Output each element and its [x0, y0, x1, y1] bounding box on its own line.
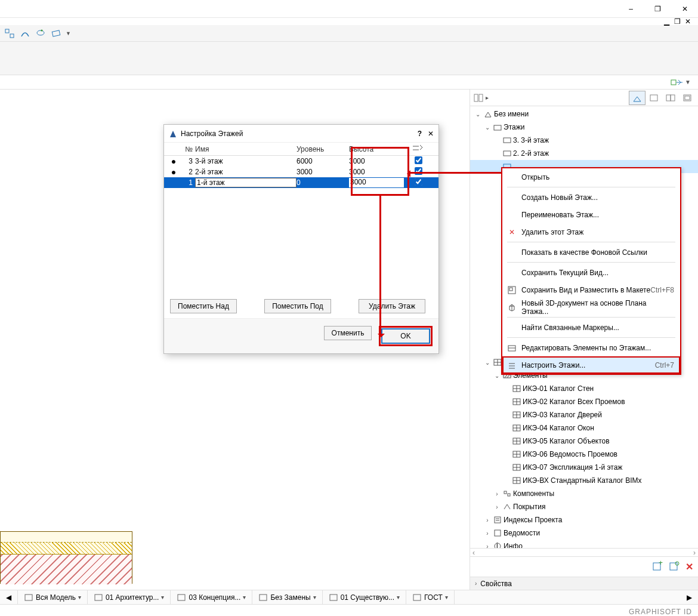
status-item[interactable]: Без Замены▾	[252, 590, 322, 604]
chevron-down-icon[interactable]: ⌄	[483, 123, 492, 131]
chevron-down-icon[interactable]: ▾	[445, 594, 448, 600]
dialog-close-button[interactable]: ✕	[428, 130, 434, 138]
navigator-mode-dropdown-icon[interactable]: ▸	[486, 94, 489, 101]
chevron-right-icon[interactable]: ›	[475, 580, 477, 587]
chevron-right-icon[interactable]: ›	[483, 542, 492, 548]
chevron-down-icon[interactable]: ▾	[78, 594, 81, 600]
dialog-help-button[interactable]: ?	[418, 130, 422, 138]
tree-info[interactable]: › i Инфо	[470, 540, 698, 548]
tree-finishes[interactable]: › Покрытия	[470, 500, 698, 513]
story-visibility-checkbox[interactable]	[415, 167, 422, 175]
tree-catalog-item[interactable]: ИКЭ-01 Каталог Стен	[470, 382, 698, 395]
toolbar-icon-4[interactable]	[50, 27, 62, 39]
context-menu-item[interactable]: Показать в качестве Фоновой Ссылки	[502, 244, 680, 261]
window-maximize-button[interactable]: ❐	[644, 0, 671, 17]
toolbar-icon-1[interactable]	[4, 27, 16, 39]
chevron-down-icon[interactable]: ⌄	[474, 110, 482, 118]
story-name-input[interactable]	[195, 178, 297, 187]
insert-below-button[interactable]: Поместить Под	[264, 299, 331, 313]
context-menu-item[interactable]: Создать Новый Этаж...	[502, 189, 680, 206]
delete-story-button[interactable]: Удалить Этаж	[359, 299, 425, 313]
status-item[interactable]: Вся Модель▾	[18, 590, 88, 604]
status-nav-right-icon[interactable]: ▶	[681, 590, 698, 604]
status-item[interactable]: 01 Существую...▾	[323, 590, 406, 604]
tree-catalog-item[interactable]: ИКЭ-06 Ведомость Проемов	[470, 448, 698, 461]
toolbar-icon-2[interactable]	[19, 27, 31, 39]
tree-lists[interactable]: › Ведомости	[470, 526, 698, 540]
chevron-down-icon[interactable]: ⌄	[483, 358, 492, 366]
status-item[interactable]: ГОСТ▾	[406, 590, 455, 604]
tree-label: 3. 3-й этаж	[513, 136, 549, 144]
story-visibility-checkbox[interactable]	[415, 156, 422, 164]
toolbar-dropdown-icon[interactable]: ▼	[66, 30, 71, 36]
navigator-tab-publisher[interactable]	[679, 91, 696, 105]
tree-catalog-item[interactable]: ИКЭ-02 Каталог Всех Проемов	[470, 395, 698, 408]
context-menu-item[interactable]: Найти Связанные Маркеры...	[502, 319, 680, 336]
tree-catalog-item[interactable]: ИКЭ-ВХ Стандартный Каталог BIMx	[470, 474, 698, 487]
tree-project-indexes[interactable]: › Индексы Проекта	[470, 513, 698, 526]
context-menu-item[interactable]: Редактировать Элементы по Этажам...	[502, 339, 680, 356]
context-menu-label: Сохранить Вид и Разместить в Макете	[521, 286, 650, 294]
tree-catalog-item[interactable]: ИКЭ-04 Каталог Окон	[470, 421, 698, 435]
inner-minimize-icon[interactable]: ▁	[662, 19, 671, 24]
tree-components[interactable]: › Компоненты	[470, 487, 698, 500]
chevron-down-icon[interactable]: ⌄	[493, 371, 501, 380]
chevron-down-icon[interactable]: ▾	[243, 594, 246, 600]
svg-rect-58	[670, 563, 677, 570]
inner-restore-icon[interactable]: ❐	[673, 19, 681, 24]
dialog-story-row[interactable]: 103000	[164, 177, 438, 188]
context-menu-item[interactable]: Новый 3D-документ на основе Плана Этажа.…	[502, 298, 680, 316]
context-menu-item[interactable]: Переименовать Этаж...	[502, 206, 680, 223]
window-minimize-button[interactable]: –	[617, 0, 644, 17]
tree-root[interactable]: ⌄ Без имени	[470, 107, 698, 121]
window-close-button[interactable]: ✕	[671, 0, 698, 17]
status-nav-left-icon[interactable]: ◀	[0, 590, 18, 604]
inner-close-icon[interactable]: ✕	[684, 19, 692, 24]
dialog-story-row[interactable]: ●22-й этаж30003000	[164, 167, 438, 177]
status-item[interactable]: 03 Концепция...▾	[171, 590, 252, 604]
chevron-down-icon[interactable]: ▾	[161, 594, 164, 600]
chevron-right-icon[interactable]: ›	[483, 529, 492, 537]
status-label: 01 Архитектур...	[106, 593, 159, 602]
properties-collapsed-bar[interactable]: › Свойства	[470, 577, 698, 590]
context-menu-item[interactable]: Сохранить Вид и Разместить в МакетеCtrl+…	[502, 281, 680, 298]
dialog-story-row[interactable]: ●33-й этаж60003000	[164, 156, 438, 167]
chevron-right-icon[interactable]: ›	[483, 516, 492, 524]
toolbar-icon-3[interactable]	[35, 27, 47, 39]
tree-catalog-item[interactable]: ИКЭ-05 Каталог Объектов	[470, 435, 698, 448]
chevron-right-icon[interactable]: ›	[493, 489, 501, 498]
cancel-button[interactable]: Отменить	[324, 326, 372, 340]
scroll-right-icon[interactable]: ›	[691, 549, 698, 557]
context-menu-item[interactable]: Настроить Этажи...Ctrl+7	[502, 356, 680, 374]
dialog-titlebar[interactable]: Настройка Этажей ? ✕	[164, 125, 438, 143]
navigator-tab-project-map[interactable]	[629, 91, 646, 105]
col-checkbox-icon[interactable]	[404, 144, 433, 153]
tree-catalog-item[interactable]: ИКЭ-03 Каталог Дверей	[470, 408, 698, 421]
navigator-tab-layout-book[interactable]	[662, 91, 679, 105]
story-visibility-checkbox[interactable]	[415, 178, 422, 186]
chevron-down-icon[interactable]: ▾	[313, 594, 316, 600]
status-item[interactable]: 01 Архитектур...▾	[88, 590, 171, 604]
chevron-right-icon[interactable]: ›	[493, 503, 501, 511]
navigator-mode-icon[interactable]	[472, 92, 484, 104]
delete-icon[interactable]: ✕	[685, 561, 693, 572]
ok-button[interactable]: OK	[382, 329, 430, 343]
drawing-detail	[0, 531, 132, 584]
grid-icon	[512, 410, 521, 420]
chevron-down-icon[interactable]: ▾	[397, 594, 400, 600]
tree-catalog-item[interactable]: ИКЭ-07 Экспликация 1-й этаж	[470, 461, 698, 474]
context-menu-item[interactable]: ✕Удалить этот Этаж	[502, 223, 680, 241]
tree-stories-folder[interactable]: ⌄ Этажи	[470, 121, 698, 134]
tree-story-3[interactable]: 3. 3-й этаж	[470, 134, 698, 147]
new-layout-icon[interactable]	[669, 560, 681, 573]
svg-rect-48	[508, 494, 510, 496]
context-menu-item[interactable]: Открыть	[502, 168, 680, 186]
story-level: 0	[297, 178, 349, 187]
insert-above-button[interactable]: Поместить Над	[170, 299, 237, 313]
tree-story-2[interactable]: 2. 2-й этаж	[470, 147, 698, 160]
scroll-left-icon[interactable]: ‹	[470, 549, 477, 557]
navigator-tab-view-map[interactable]	[646, 91, 662, 105]
context-menu-item[interactable]: Сохранить Текущий Вид...	[502, 264, 680, 281]
new-item-icon[interactable]: +	[652, 560, 664, 573]
info-story-icon[interactable]: ▼	[668, 76, 693, 88]
